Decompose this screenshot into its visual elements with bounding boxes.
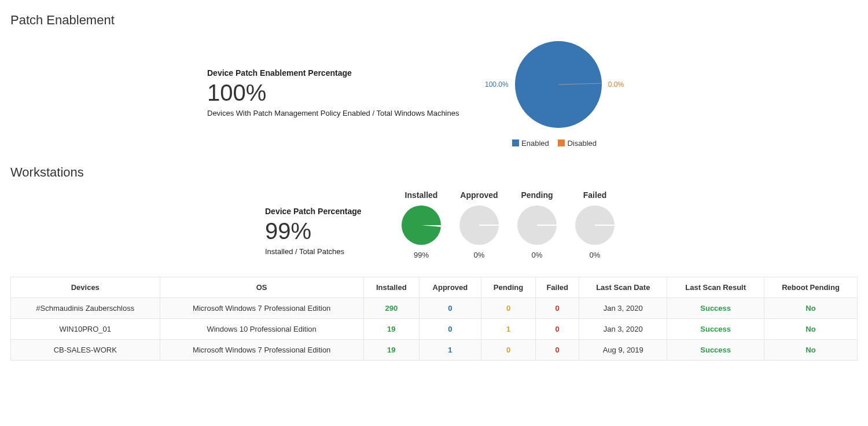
mini-pie-row: Installed 99% Approved 0% Pending 0% <box>392 190 624 259</box>
cell-device: WIN10PRO_01 <box>11 319 160 340</box>
workstations-row: Device Patch Percentage 99% Installed / … <box>10 190 858 259</box>
cell-os: Microsoft Windows 7 Professional Edition <box>160 340 363 361</box>
cell-reboot-pending: No <box>764 319 858 340</box>
cell-installed: 290 <box>363 298 419 319</box>
mini-approved-title: Approved <box>450 190 508 200</box>
cell-failed: 0 <box>536 298 579 319</box>
pie-label-disabled: 0.0% <box>608 80 624 89</box>
enablement-pie-chart <box>512 38 605 131</box>
cell-approved: 0 <box>419 319 481 340</box>
cell-pending: 0 <box>481 340 535 361</box>
legend-text-disabled: Disabled <box>567 139 597 148</box>
cell-failed: 0 <box>536 319 579 340</box>
cell-os: Windows 10 Professional Edition <box>160 319 363 340</box>
table-row[interactable]: CB-SALES-WORKMicrosoft Windows 7 Profess… <box>11 340 858 361</box>
legend-text-enabled: Enabled <box>521 139 549 148</box>
cell-last-scan-date: Jan 3, 2020 <box>579 298 667 319</box>
cell-last-scan-result: Success <box>667 319 764 340</box>
cell-approved: 1 <box>419 340 481 361</box>
th-devices[interactable]: Devices <box>11 277 160 298</box>
cell-last-scan-result: Success <box>667 340 764 361</box>
section-title-enablement: Patch Enablement <box>10 13 858 28</box>
cell-os: Microsoft Windows 7 Professional Edition <box>160 298 363 319</box>
mini-pending: Pending 0% <box>508 190 566 259</box>
th-pending[interactable]: Pending <box>481 277 535 298</box>
mini-approved-pie <box>458 204 500 246</box>
table-row[interactable]: #Schmaudinis ZauberschlossMicrosoft Wind… <box>11 298 858 319</box>
cell-installed: 19 <box>363 340 419 361</box>
table-row[interactable]: WIN10PRO_01Windows 10 Professional Editi… <box>11 319 858 340</box>
enablement-metric-sub: Devices With Patch Management Policy Ena… <box>207 109 473 117</box>
enablement-row: Device Patch Enablement Percentage 100% … <box>10 38 858 148</box>
legend-swatch-enabled <box>512 139 519 146</box>
workstations-metric-value: 99% <box>265 218 381 244</box>
cell-last-scan-result: Success <box>667 298 764 319</box>
enablement-metric-block: Device Patch Enablement Percentage 100% … <box>207 68 473 117</box>
th-last-scan-date[interactable]: Last Scan Date <box>579 277 667 298</box>
th-installed[interactable]: Installed <box>363 277 419 298</box>
mini-failed-pct: 0% <box>566 251 624 259</box>
workstations-metric-label: Device Patch Percentage <box>265 207 381 216</box>
cell-installed: 19 <box>363 319 419 340</box>
mini-installed: Installed 99% <box>392 190 450 259</box>
th-approved[interactable]: Approved <box>419 277 481 298</box>
cell-last-scan-date: Aug 9, 2019 <box>579 340 667 361</box>
legend-swatch-disabled <box>558 139 565 146</box>
section-title-workstations: Workstations <box>10 165 858 180</box>
mini-pending-pie <box>516 204 558 246</box>
th-last-scan-res[interactable]: Last Scan Result <box>667 277 764 298</box>
mini-failed-title: Failed <box>566 190 624 200</box>
th-os[interactable]: OS <box>160 277 363 298</box>
mini-installed-pie <box>400 204 442 246</box>
mini-installed-title: Installed <box>392 190 450 200</box>
cell-pending: 1 <box>481 319 535 340</box>
th-reboot-pending[interactable]: Reboot Pending <box>764 277 858 298</box>
mini-pending-pct: 0% <box>508 251 566 259</box>
mini-failed: Failed 0% <box>566 190 624 259</box>
cell-last-scan-date: Jan 3, 2020 <box>579 319 667 340</box>
cell-reboot-pending: No <box>764 298 858 319</box>
enablement-pie-block: 100.0% 0.0% Enabled Disabled <box>485 38 624 148</box>
mini-approved-pct: 0% <box>450 251 508 259</box>
th-failed[interactable]: Failed <box>536 277 579 298</box>
devices-table: Devices OS Installed Approved Pending Fa… <box>10 277 858 361</box>
cell-pending: 0 <box>481 298 535 319</box>
workstations-metric-sub: Installed / Total Patches <box>265 247 381 256</box>
cell-reboot-pending: No <box>764 340 858 361</box>
cell-failed: 0 <box>536 340 579 361</box>
enablement-legend: Enabled Disabled <box>485 139 624 148</box>
workstations-metric-block: Device Patch Percentage 99% Installed / … <box>265 190 381 256</box>
mini-pending-title: Pending <box>508 190 566 200</box>
mini-approved: Approved 0% <box>450 190 508 259</box>
mini-installed-pct: 99% <box>392 251 450 259</box>
table-header-row: Devices OS Installed Approved Pending Fa… <box>11 277 858 298</box>
cell-device: #Schmaudinis Zauberschloss <box>11 298 160 319</box>
cell-approved: 0 <box>419 298 481 319</box>
enablement-metric-value: 100% <box>207 80 473 105</box>
mini-failed-pie <box>574 204 616 246</box>
pie-label-enabled: 100.0% <box>485 80 509 89</box>
enablement-metric-label: Device Patch Enablement Percentage <box>207 68 473 78</box>
cell-device: CB-SALES-WORK <box>11 340 160 361</box>
